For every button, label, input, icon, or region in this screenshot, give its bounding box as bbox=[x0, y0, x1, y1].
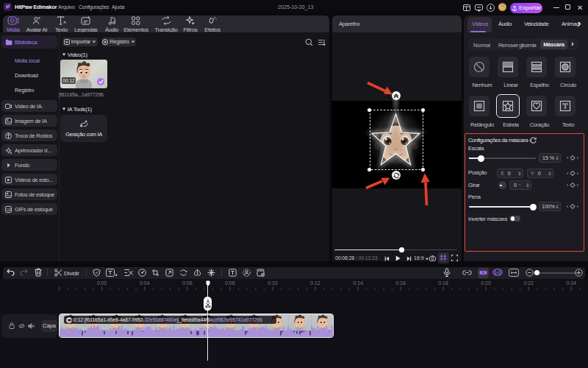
svg-text:0:16: 0:16 bbox=[395, 280, 406, 286]
svg-text:0:24: 0:24 bbox=[566, 280, 576, 286]
svg-text:0:14: 0:14 bbox=[353, 280, 363, 286]
svg-text:0:18: 0:18 bbox=[438, 280, 448, 286]
svg-text:0:20: 0:20 bbox=[481, 280, 491, 286]
svg-text:0:12: 0:12 bbox=[310, 280, 320, 286]
svg-text:0:06: 0:06 bbox=[182, 280, 193, 286]
svg-text:0:10: 0:10 bbox=[268, 280, 278, 286]
svg-text:0:22: 0:22 bbox=[523, 280, 534, 286]
svg-text:0:02: 0:02 bbox=[97, 280, 107, 286]
svg-text:0:04: 0:04 bbox=[140, 280, 150, 286]
svg-text:0:08: 0:08 bbox=[225, 280, 235, 286]
